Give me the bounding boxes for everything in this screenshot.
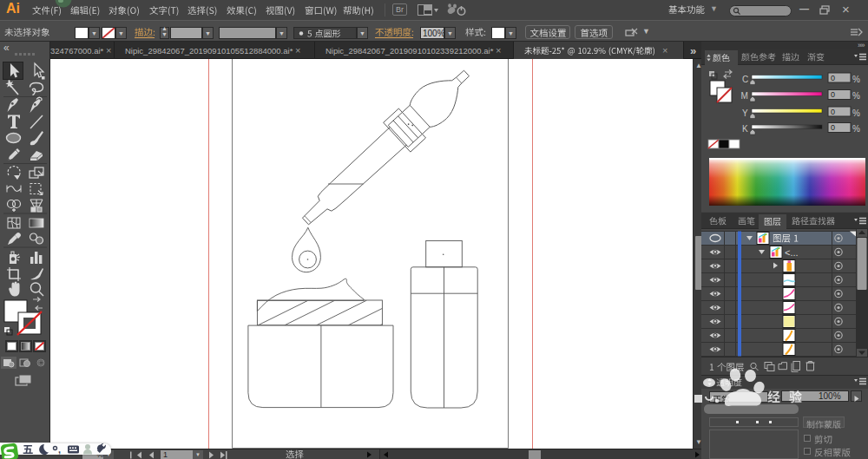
svg-text:×: × [662, 45, 667, 56]
svg-text:M: M [741, 91, 748, 101]
svg-text:%: % [852, 108, 860, 118]
svg-text:0: 0 [831, 108, 835, 116]
svg-text:0: 0 [831, 90, 835, 99]
svg-text:%: % [852, 75, 860, 84]
svg-text:Y: Y [742, 108, 748, 118]
svg-text:,: , [58, 444, 61, 455]
svg-text:%: % [852, 91, 860, 101]
svg-text:K: K [742, 124, 748, 134]
svg-text:0: 0 [831, 123, 835, 132]
svg-text:C: C [742, 75, 748, 84]
svg-text:0: 0 [831, 74, 835, 82]
svg-text:<...: <... [785, 247, 799, 258]
svg-text:%: % [852, 124, 860, 134]
